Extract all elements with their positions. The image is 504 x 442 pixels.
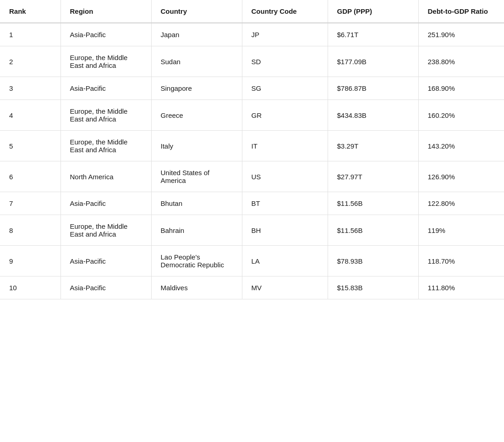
- cell-region: Europe, the Middle East and Africa: [60, 46, 151, 77]
- cell-gdp: $27.97T: [328, 161, 418, 192]
- cell-rank: 3: [0, 77, 60, 100]
- cell-rank: 2: [0, 46, 60, 77]
- header-rank: Rank: [0, 0, 60, 23]
- table-row: 5Europe, the Middle East and AfricaItaly…: [0, 131, 504, 161]
- cell-code: JP: [242, 23, 328, 46]
- cell-debt: 251.90%: [418, 23, 504, 46]
- table-row: 10Asia-PacificMaldivesMV$15.83B111.80%: [0, 276, 504, 299]
- cell-debt: 118.70%: [418, 246, 504, 276]
- cell-code: GR: [242, 100, 328, 131]
- cell-country: Greece: [151, 100, 242, 131]
- cell-country: Lao People's Democratic Republic: [151, 246, 242, 276]
- cell-rank: 5: [0, 131, 60, 161]
- cell-debt: 143.20%: [418, 131, 504, 161]
- cell-rank: 6: [0, 161, 60, 192]
- table-row: 3Asia-PacificSingaporeSG$786.87B168.90%: [0, 77, 504, 100]
- cell-code: IT: [242, 131, 328, 161]
- table-row: 1Asia-PacificJapanJP$6.71T251.90%: [0, 23, 504, 46]
- cell-code: US: [242, 161, 328, 192]
- cell-region: Europe, the Middle East and Africa: [60, 100, 151, 131]
- cell-region: Asia-Pacific: [60, 77, 151, 100]
- cell-code: MV: [242, 276, 328, 299]
- header-gdp: GDP (PPP): [328, 0, 418, 23]
- cell-gdp: $177.09B: [328, 46, 418, 77]
- cell-country: Italy: [151, 131, 242, 161]
- cell-gdp: $3.29T: [328, 131, 418, 161]
- table-row: 6North AmericaUnited States of AmericaUS…: [0, 161, 504, 192]
- cell-gdp: $78.93B: [328, 246, 418, 276]
- table-row: 9Asia-PacificLao People's Democratic Rep…: [0, 246, 504, 276]
- cell-code: SG: [242, 77, 328, 100]
- cell-code: BT: [242, 192, 328, 215]
- cell-gdp: $434.83B: [328, 100, 418, 131]
- cell-debt: 160.20%: [418, 100, 504, 131]
- cell-country: United States of America: [151, 161, 242, 192]
- cell-region: Europe, the Middle East and Africa: [60, 215, 151, 246]
- main-container: Rank Region Country Country Code GDP (PP…: [0, 0, 504, 299]
- cell-debt: 126.90%: [418, 161, 504, 192]
- cell-code: SD: [242, 46, 328, 77]
- cell-debt: 111.80%: [418, 276, 504, 299]
- cell-rank: 7: [0, 192, 60, 215]
- cell-debt: 238.80%: [418, 46, 504, 77]
- cell-region: Asia-Pacific: [60, 246, 151, 276]
- table-row: 8Europe, the Middle East and AfricaBahra…: [0, 215, 504, 246]
- cell-code: BH: [242, 215, 328, 246]
- cell-region: Europe, the Middle East and Africa: [60, 131, 151, 161]
- cell-region: Asia-Pacific: [60, 192, 151, 215]
- header-country: Country: [151, 0, 242, 23]
- cell-country: Bahrain: [151, 215, 242, 246]
- cell-rank: 9: [0, 246, 60, 276]
- cell-country: Maldives: [151, 276, 242, 299]
- cell-debt: 119%: [418, 215, 504, 246]
- cell-debt: 122.80%: [418, 192, 504, 215]
- cell-gdp: $11.56B: [328, 192, 418, 215]
- cell-rank: 8: [0, 215, 60, 246]
- cell-rank: 4: [0, 100, 60, 131]
- cell-rank: 10: [0, 276, 60, 299]
- cell-debt: 168.90%: [418, 77, 504, 100]
- cell-country: Singapore: [151, 77, 242, 100]
- cell-region: North America: [60, 161, 151, 192]
- cell-country: Sudan: [151, 46, 242, 77]
- cell-gdp: $786.87B: [328, 77, 418, 100]
- cell-region: Asia-Pacific: [60, 276, 151, 299]
- cell-gdp: $15.83B: [328, 276, 418, 299]
- table-row: 4Europe, the Middle East and AfricaGreec…: [0, 100, 504, 131]
- data-table: Rank Region Country Country Code GDP (PP…: [0, 0, 504, 299]
- table-header-row: Rank Region Country Country Code GDP (PP…: [0, 0, 504, 23]
- header-country-code: Country Code: [242, 0, 328, 23]
- table-row: 7Asia-PacificBhutanBT$11.56B122.80%: [0, 192, 504, 215]
- cell-code: LA: [242, 246, 328, 276]
- cell-country: Bhutan: [151, 192, 242, 215]
- header-region: Region: [60, 0, 151, 23]
- cell-region: Asia-Pacific: [60, 23, 151, 46]
- cell-rank: 1: [0, 23, 60, 46]
- header-debt-ratio: Debt-to-GDP Ratio: [418, 0, 504, 23]
- table-row: 2Europe, the Middle East and AfricaSudan…: [0, 46, 504, 77]
- cell-gdp: $11.56B: [328, 215, 418, 246]
- cell-country: Japan: [151, 23, 242, 46]
- cell-gdp: $6.71T: [328, 23, 418, 46]
